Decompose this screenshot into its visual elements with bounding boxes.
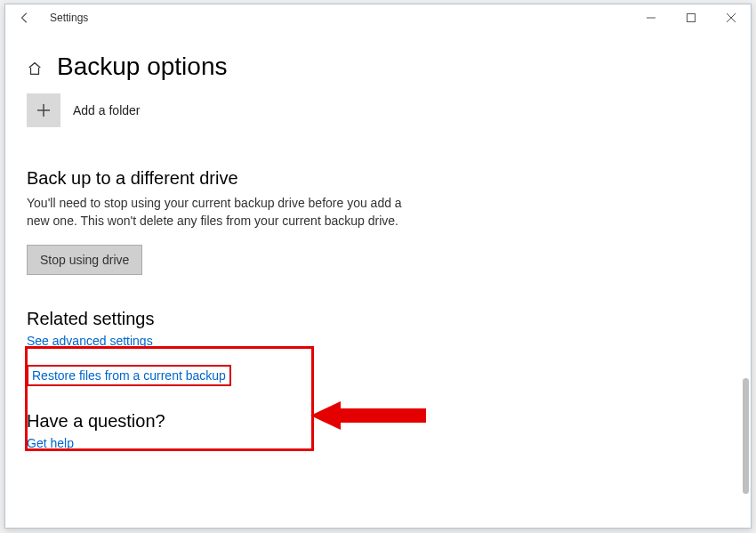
- page-title: Backup options: [57, 52, 227, 81]
- have-a-question-section: Have a question? Get help: [27, 411, 729, 451]
- restore-files-link[interactable]: Restore files from a current backup: [27, 365, 231, 386]
- back-icon[interactable]: [12, 5, 37, 30]
- scrollbar-thumb[interactable]: [743, 378, 749, 494]
- close-button[interactable]: [711, 4, 751, 31]
- maximize-button[interactable]: [671, 4, 711, 31]
- stop-using-drive-button[interactable]: Stop using drive: [27, 245, 142, 275]
- settings-content: Backup options Add a folder Back up to a…: [5, 31, 751, 451]
- see-advanced-settings-link[interactable]: See advanced settings: [27, 334, 153, 348]
- backup-drive-description: You'll need to stop using your current b…: [27, 194, 409, 230]
- have-a-question-heading: Have a question?: [27, 411, 729, 432]
- minimize-button[interactable]: [631, 4, 671, 31]
- add-folder-label: Add a folder: [73, 103, 141, 117]
- backup-drive-heading: Back up to a different drive: [27, 168, 409, 189]
- backup-drive-section: Back up to a different drive You'll need…: [27, 168, 409, 275]
- plus-icon[interactable]: [27, 93, 60, 127]
- add-folder-row[interactable]: Add a folder: [27, 93, 729, 127]
- related-settings-heading: Related settings: [27, 309, 729, 329]
- title-bar: Settings: [5, 4, 751, 31]
- window-controls: [631, 4, 751, 31]
- related-settings-section: Related settings See advanced settings R…: [27, 309, 729, 386]
- home-icon[interactable]: [27, 61, 43, 77]
- window-title: Settings: [50, 12, 88, 24]
- get-help-link[interactable]: Get help: [27, 436, 74, 450]
- svg-rect-1: [687, 14, 695, 22]
